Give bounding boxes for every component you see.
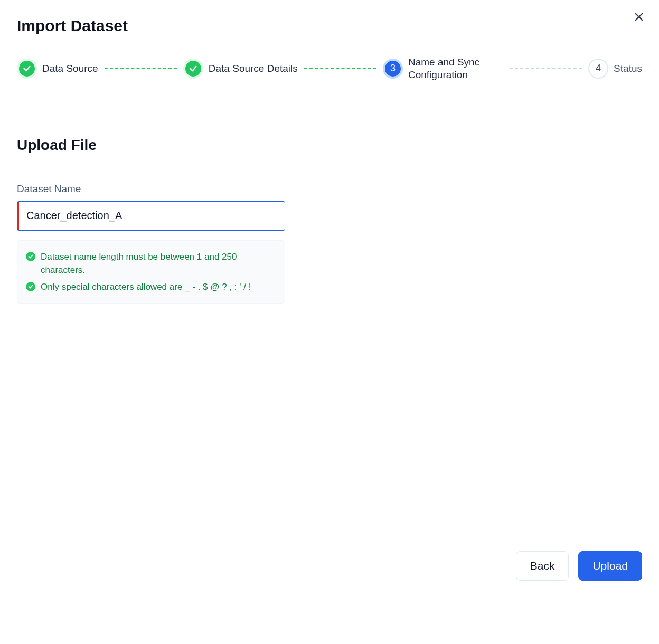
validation-rule: Only special characters allowed are _ - … xyxy=(26,280,276,294)
dataset-name-input-wrap xyxy=(17,201,285,231)
stepper-connector xyxy=(105,68,177,69)
step-data-source-details[interactable]: Data Source Details xyxy=(183,59,298,79)
validation-rule-text: Dataset name length must be between 1 an… xyxy=(41,250,276,277)
dialog-content: Upload File Dataset Name Dataset name le… xyxy=(0,94,659,304)
step-number-icon: 3 xyxy=(383,59,403,79)
dataset-name-label: Dataset Name xyxy=(17,183,642,195)
dialog-title: Import Dataset xyxy=(17,17,642,35)
section-title: Upload File xyxy=(17,137,642,154)
dialog-header: Import Dataset xyxy=(0,0,659,35)
stepper-connector xyxy=(304,68,376,69)
validation-hints: Dataset name length must be between 1 an… xyxy=(17,240,285,304)
dialog-footer: Back Upload xyxy=(0,538,659,644)
step-label: Status xyxy=(614,62,642,75)
step-status: 4 Status xyxy=(588,59,642,79)
upload-button[interactable]: Upload xyxy=(578,551,642,581)
close-icon xyxy=(633,11,645,23)
dataset-name-input[interactable] xyxy=(17,201,285,231)
stepper-connector xyxy=(510,68,582,69)
step-number-icon: 4 xyxy=(588,59,608,79)
check-icon xyxy=(183,59,203,79)
step-data-source[interactable]: Data Source xyxy=(17,59,98,79)
stepper: Data Source Data Source Details 3 Name a… xyxy=(0,35,659,94)
back-button[interactable]: Back xyxy=(516,551,569,581)
step-label: Name and Sync Configuration xyxy=(408,56,503,81)
step-label: Data Source xyxy=(42,62,98,75)
import-dataset-dialog: Import Dataset Data Source Data Source D… xyxy=(0,0,659,644)
step-label: Data Source Details xyxy=(209,62,298,75)
validation-rule: Dataset name length must be between 1 an… xyxy=(26,250,276,277)
check-circle-icon xyxy=(26,252,35,261)
step-name-sync[interactable]: 3 Name and Sync Configuration xyxy=(383,56,503,81)
check-circle-icon xyxy=(26,282,35,291)
validation-rule-text: Only special characters allowed are _ - … xyxy=(41,280,251,294)
check-icon xyxy=(17,59,37,79)
close-button[interactable] xyxy=(632,10,646,24)
